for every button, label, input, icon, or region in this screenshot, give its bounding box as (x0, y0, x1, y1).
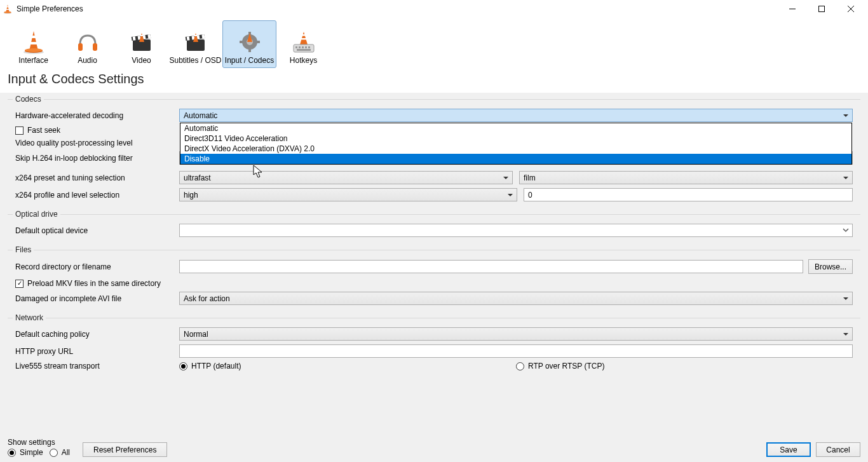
files-group: Files Record directory or filename Brows… (8, 250, 860, 311)
button-label: Save (780, 445, 797, 454)
checkbox-label: Fast seek (27, 126, 60, 135)
checkbox-box (15, 126, 24, 135)
group-title: Files (13, 245, 34, 254)
button-label: Reset Preferences (93, 445, 156, 454)
rtp-over-rtsp-radio[interactable]: RTP over RTSP (TCP) (516, 362, 604, 370)
tab-label: Hotkeys (290, 56, 317, 65)
tab-video[interactable]: Video (114, 20, 168, 68)
default-optical-select[interactable] (179, 224, 853, 237)
save-button[interactable]: Save (766, 442, 811, 457)
simple-radio[interactable]: Simple (8, 448, 43, 457)
x264-profile-label: x264 profile and level selection (15, 191, 179, 200)
hotkeys-icon (291, 29, 316, 55)
subtitles-icon (183, 29, 208, 55)
x264-preset-label: x264 preset and tuning selection (15, 173, 179, 182)
skip-h264-label: Skip H.264 in-loop deblocking filter (15, 154, 179, 163)
window-buttons (778, 0, 865, 18)
default-optical-label: Default optical device (15, 226, 179, 235)
radio-circle (179, 362, 187, 370)
caching-select[interactable]: Normal (179, 327, 853, 341)
tab-label: Input / Codecs (225, 56, 274, 65)
all-radio[interactable]: All (50, 448, 70, 457)
tab-label: Interface (18, 56, 48, 65)
show-settings-label: Show settings (8, 438, 70, 447)
content: Codecs Hardware-accelerated decoding Aut… (0, 99, 868, 377)
vq-post-label: Video quality post-processing level (15, 139, 179, 147)
group-title: Codecs (13, 95, 44, 104)
dropdown-option[interactable]: DirectX Video Acceleration (DXVA) 2.0 (180, 144, 851, 154)
radio-circle (50, 449, 58, 457)
dropdown-option[interactable]: Direct3D11 Video Acceleration (180, 133, 851, 144)
group-title: Network (13, 313, 46, 322)
show-settings: Show settings Simple All (8, 438, 70, 457)
checkbox-label: Preload MKV files in the same directory (27, 279, 161, 288)
select-value: film (524, 173, 536, 182)
radio-label: HTTP (default) (191, 362, 241, 370)
group-title: Optical drive (13, 210, 60, 219)
select-value: Ask for action (184, 294, 230, 303)
category-tabs: Interface Audio Video Subtitles / OSD In… (0, 18, 868, 68)
dropdown-option[interactable]: Automatic (180, 123, 851, 133)
radio-label: RTP over RTSP (TCP) (528, 362, 604, 370)
hw-decoding-select[interactable]: Automatic Automatic Direct3D11 Video Acc… (179, 109, 853, 122)
fast-seek-checkbox[interactable]: Fast seek (15, 126, 179, 135)
record-dir-label: Record directory or filename (15, 262, 179, 271)
tab-input-codecs[interactable]: Input / Codecs (222, 20, 276, 68)
codecs-group: Codecs Hardware-accelerated decoding Aut… (8, 99, 860, 208)
minimize-button[interactable] (778, 0, 807, 18)
tab-interface[interactable]: Interface (6, 20, 60, 68)
tab-label: Video (132, 56, 151, 65)
checkbox-box (15, 280, 24, 288)
damaged-avi-label: Damaged or incomplete AVI file (15, 294, 179, 303)
tab-label: Subtitles / OSD (169, 56, 221, 65)
damaged-avi-select[interactable]: Ask for action (179, 292, 853, 305)
http-default-radio[interactable]: HTTP (default) (179, 362, 241, 370)
cancel-button[interactable]: Cancel (816, 442, 860, 457)
tab-subtitles[interactable]: Subtitles / OSD (168, 20, 222, 68)
record-dir-input[interactable] (179, 260, 803, 273)
hw-decoding-label: Hardware-accelerated decoding (15, 111, 179, 120)
x264-tuning-select[interactable]: film (519, 171, 853, 184)
window-title: Simple Preferences (17, 4, 778, 13)
fast-seek-row: Fast seek (15, 126, 179, 135)
caching-label: Default caching policy (15, 330, 179, 339)
proxy-input[interactable] (179, 344, 853, 358)
optical-group: Optical drive Default optical device (8, 214, 860, 243)
title-bar: Simple Preferences (0, 0, 868, 18)
x264-preset-select[interactable]: ultrafast (179, 171, 513, 184)
button-label: Browse... (815, 262, 846, 271)
input-value: 0 (528, 191, 532, 200)
hw-decoding-dropdown: Automatic Direct3D11 Video Acceleration … (180, 123, 852, 165)
video-icon (129, 29, 154, 55)
bottom-bar: Show settings Simple All Reset Preferenc… (0, 430, 868, 462)
svg-rect-28 (819, 6, 825, 12)
dropdown-option[interactable]: Disable (180, 154, 851, 164)
audio-icon (75, 29, 100, 55)
select-value: Normal (184, 330, 208, 339)
reset-preferences-button[interactable]: Reset Preferences (83, 442, 167, 457)
app-icon (3, 4, 13, 14)
select-value: Automatic (184, 111, 217, 120)
tab-label: Audio (78, 56, 97, 65)
radio-circle (516, 362, 524, 370)
browse-button[interactable]: Browse... (808, 259, 853, 274)
x264-level-input[interactable]: 0 (524, 188, 853, 201)
button-label: Cancel (826, 445, 850, 454)
radio-label: Simple (20, 448, 43, 457)
close-button[interactable] (836, 0, 865, 18)
network-group: Network Default caching policy Normal HT… (8, 318, 860, 377)
select-value: ultrafast (184, 173, 211, 182)
interface-icon (21, 29, 46, 55)
preload-mkv-checkbox[interactable]: Preload MKV files in the same directory (15, 279, 161, 288)
input-codecs-icon (237, 29, 262, 55)
tab-hotkeys[interactable]: Hotkeys (276, 20, 330, 68)
proxy-label: HTTP proxy URL (15, 347, 179, 356)
maximize-button[interactable] (807, 0, 836, 18)
x264-profile-select[interactable]: high (179, 188, 517, 201)
radio-label: All (62, 448, 70, 457)
tab-audio[interactable]: Audio (60, 20, 114, 68)
live555-label: Live555 stream transport (15, 362, 179, 370)
chevron-down-icon (842, 226, 850, 234)
radio-circle (8, 449, 16, 457)
page-title: Input & Codecs Settings (0, 68, 868, 93)
